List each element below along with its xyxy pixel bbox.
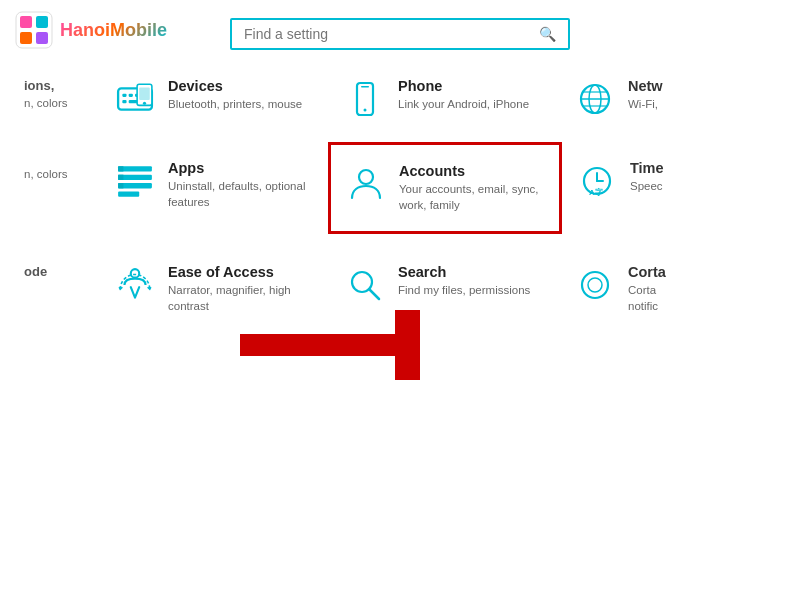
accounts-desc: Your accounts, email, sync, work, family [399,181,545,213]
svg-point-33 [359,170,373,184]
partial-left-1: ions, n, colors [10,60,100,138]
logo-text: HanoiMobile [60,20,167,41]
phone-title: Phone [398,78,529,94]
settings-row-2: n, colors Apps Uninstall, defaults, opti… [0,138,800,234]
svg-rect-9 [129,94,133,97]
network-title: Netw [628,78,663,94]
svg-point-41 [582,272,608,298]
search-settings-icon [344,264,386,306]
svg-rect-2 [36,16,48,28]
svg-text:A字: A字 [589,187,603,197]
person-icon [345,163,387,205]
arrow-indicator [240,310,420,380]
svg-rect-31 [118,175,123,180]
search-icon: 🔍 [539,26,556,42]
apps-icon [114,160,156,202]
logo: HanoiMobile [14,10,167,50]
svg-point-17 [143,102,146,105]
svg-rect-16 [139,87,150,100]
svg-rect-29 [118,192,139,197]
devices-desc: Bluetooth, printers, mouse [168,96,302,112]
time-title: Time [630,160,664,176]
settings-row-1: ions, n, colors Devices Bluetoo [0,60,800,138]
network-desc: Wi-Fi, [628,96,663,112]
accounts-title: Accounts [399,163,545,179]
svg-rect-12 [122,100,126,103]
svg-rect-3 [20,32,32,44]
devices-item[interactable]: Devices Bluetooth, printers, mouse [100,60,330,138]
phone-desc: Link your Android, iPhone [398,96,529,112]
apps-desc: Uninstall, defaults, optionalfeatures [168,178,305,210]
cortana-partial-item[interactable]: Corta Cortanotific [560,246,790,332]
search-desc: Find my files, permissions [398,282,530,298]
search-title: Search [398,264,530,280]
svg-rect-30 [118,166,123,171]
globe-icon [574,78,616,120]
cortana-desc: Cortanotific [628,282,666,314]
keyboard-icon [114,78,156,120]
svg-line-40 [369,289,379,299]
cortana-title: Corta [628,264,666,280]
header: HanoiMobile 🔍 [0,0,800,60]
accounts-item[interactable]: Accounts Your accounts, email, sync, wor… [328,142,562,234]
apps-item[interactable]: Apps Uninstall, defaults, optionalfeatur… [100,142,328,234]
svg-point-42 [588,278,602,292]
search-bar[interactable]: 🔍 [230,18,570,50]
phone-icon [344,78,386,120]
cortana-icon [574,264,616,306]
phone-item[interactable]: Phone Link your Android, iPhone [330,60,560,138]
network-partial-item[interactable]: Netw Wi-Fi, [560,60,790,138]
partial-left-2: n, colors [10,142,100,234]
search-input[interactable] [244,26,539,42]
time-partial-item[interactable]: A字 Time Speec [562,142,790,234]
time-desc: Speec [630,178,664,194]
svg-point-38 [131,269,139,277]
devices-title: Devices [168,78,302,94]
time-icon: A字 [576,160,618,202]
svg-rect-1 [20,16,32,28]
ease-title: Ease of Access [168,264,316,280]
svg-point-19 [364,109,367,112]
svg-rect-8 [122,94,126,97]
svg-rect-32 [118,183,123,188]
apps-title: Apps [168,160,305,176]
logo-icon [14,10,54,50]
svg-rect-20 [361,86,369,88]
partial-left-3: ode [10,246,100,332]
ease-icon [114,264,156,306]
svg-rect-4 [36,32,48,44]
